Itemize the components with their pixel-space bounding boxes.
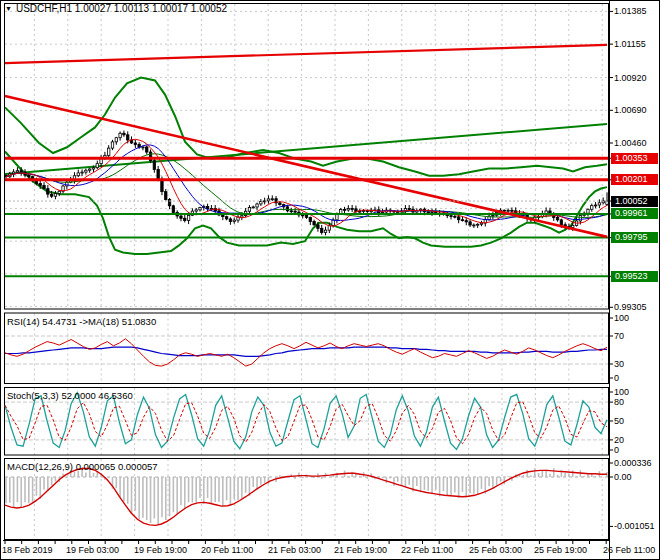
stoch-axis-label: 100	[614, 387, 629, 397]
x-axis-label: 21 Feb 19:00	[334, 545, 387, 555]
x-axis-label: 21 Feb 03:00	[268, 545, 321, 555]
rsi-axis-label: 70	[614, 331, 624, 341]
x-axis-label: 19 Feb 03:00	[66, 545, 119, 555]
price-axis-label: 1.01155	[614, 39, 646, 49]
resistance-level-badge: 1.00201	[611, 174, 658, 185]
stoch-axis-label: 20	[614, 435, 624, 445]
x-axis-label: 26 Feb 11:00	[603, 545, 655, 555]
price-axis-label: 1.01385	[614, 6, 647, 16]
price-axis-label: 1.00460	[614, 138, 647, 148]
chart-canvas[interactable]	[1, 1, 660, 560]
chart-window: ▼ USDCHF,H1 1.00027 1.00113 1.00017 1.00…	[0, 0, 660, 560]
collapse-chart-icon[interactable]: ▼	[5, 4, 12, 14]
price-axis-label: 1.00920	[614, 73, 647, 83]
x-axis-label: 25 Feb 19:00	[534, 545, 587, 555]
stoch-axis-label: 80	[614, 397, 624, 407]
macd-axis-label: -0.001051	[614, 521, 655, 531]
stoch-axis-label: 50	[614, 416, 624, 426]
x-axis-label: 18 Feb 2019	[2, 545, 53, 555]
rsi-axis-label: 30	[614, 359, 624, 369]
support-level-badge: 0.99795	[611, 232, 658, 243]
x-axis-label: 19 Feb 19:00	[134, 545, 187, 555]
support-level-badge: 0.99961	[611, 208, 658, 219]
chart-title: USDCHF,H1 1.00027 1.00113 1.00017 1.0005…	[16, 3, 227, 14]
stoch-axis-label: 0	[614, 445, 619, 455]
macd-axis-label: 0.000336	[614, 458, 652, 468]
resistance-level-badge: 1.00353	[611, 153, 658, 164]
rsi-indicator-label: RSI(14) 54.4731 ->MA(18) 51.0830	[7, 316, 156, 327]
x-axis-label: 20 Feb 11:00	[201, 545, 253, 555]
chart-title-bar: ▼ USDCHF,H1 1.00027 1.00113 1.00017 1.00…	[5, 3, 227, 14]
x-axis-label: 25 Feb 03:00	[469, 545, 522, 555]
current-price-badge: 1.00052	[611, 196, 658, 207]
rsi-axis-label: 0	[614, 373, 619, 383]
stoch-indicator-label: Stoch(5,3,3) 52.0000 46.5360	[7, 390, 133, 401]
macd-axis-label: 0.00	[614, 472, 632, 482]
support-level-badge: 0.99523	[611, 271, 658, 282]
price-axis-label: 1.00690	[614, 105, 647, 115]
price-axis-label: 0.99305	[614, 302, 647, 312]
rsi-axis-label: 100	[614, 313, 629, 323]
x-axis-label: 22 Feb 11:00	[401, 545, 453, 555]
macd-indicator-label: MACD(12,26,9) 0.000065 0.000057	[7, 461, 158, 472]
